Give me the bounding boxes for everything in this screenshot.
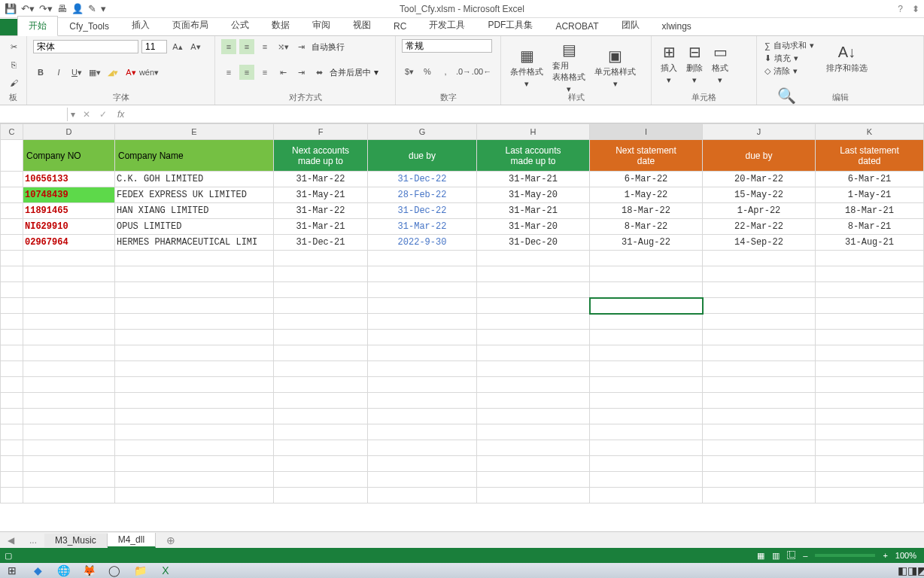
empty-cell[interactable]: [816, 424, 924, 440]
col-header-K[interactable]: K: [816, 124, 924, 140]
cell-company-no[interactable]: 02967964: [23, 235, 115, 251]
empty-cell[interactable]: [368, 440, 477, 456]
empty-cell[interactable]: [23, 314, 115, 330]
header-dueby-2[interactable]: due by: [703, 140, 816, 172]
empty-cell[interactable]: [477, 330, 590, 345]
empty-cell[interactable]: [23, 393, 115, 409]
empty-cell[interactable]: [115, 409, 274, 424]
delete-cells-button[interactable]: ⊟删除▾: [683, 41, 706, 87]
tab-cfytools[interactable]: Cfy_Tools: [58, 17, 120, 35]
empty-cell[interactable]: [368, 409, 477, 424]
redo-icon[interactable]: ↷▾: [39, 3, 53, 14]
empty-cell[interactable]: [477, 345, 590, 361]
percent-icon[interactable]: %: [420, 64, 435, 79]
wrap-label[interactable]: 自动换行: [312, 41, 345, 53]
empty-cell[interactable]: [368, 266, 477, 282]
empty-cell[interactable]: [1, 488, 23, 503]
cell-F[interactable]: 31-Mar-22: [274, 172, 368, 187]
empty-row[interactable]: [1, 345, 924, 361]
empty-cell[interactable]: [816, 472, 924, 488]
fillcolor-icon[interactable]: ◢▾: [105, 65, 120, 80]
empty-cell[interactable]: [274, 440, 368, 456]
empty-row[interactable]: [1, 361, 924, 377]
empty-cell[interactable]: [816, 282, 924, 298]
empty-cell[interactable]: [368, 488, 477, 503]
cell-company-no[interactable]: 11891465: [23, 203, 115, 219]
autosum-button[interactable]: ∑ 自动求和 ▾: [763, 39, 816, 52]
cell-company-no[interactable]: 10656133: [23, 172, 115, 187]
cell-I[interactable]: 6-Mar-22: [590, 172, 703, 187]
namebox-dropdown-icon[interactable]: ▾: [68, 109, 78, 120]
indent-inc-icon[interactable]: ⇥: [293, 65, 309, 80]
align-center-icon[interactable]: ≡: [239, 65, 254, 80]
empty-cell[interactable]: [274, 488, 368, 503]
cell-company-name[interactable]: HAN XIANG LIMITED: [115, 203, 274, 219]
empty-cell[interactable]: [368, 393, 477, 409]
empty-cell[interactable]: [590, 330, 703, 345]
cell-J[interactable]: 14-Sep-22: [703, 235, 816, 251]
merge-button[interactable]: ⬌: [312, 65, 327, 80]
col-header-F[interactable]: F: [274, 124, 368, 140]
empty-cell[interactable]: [816, 251, 924, 266]
header-last-statement[interactable]: Last statement dated: [816, 140, 924, 172]
empty-cell[interactable]: [703, 377, 816, 393]
empty-cell[interactable]: [23, 282, 115, 298]
empty-cell[interactable]: [274, 409, 368, 424]
empty-cell[interactable]: [590, 440, 703, 456]
empty-cell[interactable]: [477, 488, 590, 503]
currency-icon[interactable]: $▾: [402, 64, 417, 79]
empty-cell[interactable]: [23, 345, 115, 361]
cell-K[interactable]: 8-Mar-21: [816, 219, 924, 235]
cell-G[interactable]: 31-Dec-22: [368, 172, 477, 187]
underline-button[interactable]: U▾: [69, 65, 84, 80]
empty-row[interactable]: [1, 456, 924, 472]
empty-cell[interactable]: [1, 314, 23, 330]
empty-cell[interactable]: [115, 345, 274, 361]
cell-styles-button[interactable]: ▣单元格样式▾: [591, 45, 639, 90]
empty-cell[interactable]: [274, 424, 368, 440]
empty-cell[interactable]: [368, 456, 477, 472]
tab-view[interactable]: 视图: [342, 15, 382, 35]
empty-cell[interactable]: [368, 298, 477, 314]
empty-cell[interactable]: [477, 409, 590, 424]
comma-icon[interactable]: ,: [438, 64, 453, 79]
empty-cell[interactable]: [816, 266, 924, 282]
empty-cell[interactable]: [115, 377, 274, 393]
tab-team[interactable]: 团队: [610, 15, 651, 35]
empty-cell[interactable]: [816, 488, 924, 503]
empty-cell[interactable]: [477, 314, 590, 330]
empty-cell[interactable]: [477, 440, 590, 456]
empty-row[interactable]: [1, 330, 924, 345]
empty-cell[interactable]: [368, 330, 477, 345]
col-header-G[interactable]: G: [368, 124, 477, 140]
empty-cell[interactable]: [1, 330, 23, 345]
worksheet[interactable]: C D E F G H I J K Company NO Company Nam…: [0, 123, 924, 503]
cell-company-no[interactable]: NI629910: [23, 219, 115, 235]
align-right-icon[interactable]: ≡: [257, 65, 272, 80]
empty-cell[interactable]: [1, 409, 23, 424]
tab-pdftools[interactable]: PDF工具集: [476, 15, 544, 35]
cell-J[interactable]: 22-Mar-22: [703, 219, 816, 235]
empty-cell[interactable]: [590, 393, 703, 409]
empty-cell[interactable]: [816, 409, 924, 424]
format-cells-button[interactable]: ▭格式▾: [709, 41, 731, 87]
cell-J[interactable]: 20-Mar-22: [703, 172, 816, 187]
cell-company-name[interactable]: C.K. GOH LIMITED: [115, 172, 274, 187]
tab-formulas[interactable]: 公式: [220, 15, 260, 35]
empty-cell[interactable]: [274, 361, 368, 377]
empty-cell[interactable]: [703, 488, 816, 503]
cell-G[interactable]: 2022-9-30: [368, 235, 477, 251]
empty-cell[interactable]: [590, 488, 703, 503]
empty-row[interactable]: [1, 377, 924, 393]
bold-button[interactable]: B: [33, 65, 48, 80]
empty-cell[interactable]: [703, 251, 816, 266]
empty-row[interactable]: [1, 298, 924, 314]
ribbon-collapse-icon[interactable]: ⬍: [912, 4, 919, 14]
tab-rc[interactable]: RC: [382, 17, 418, 35]
cell-K[interactable]: 6-Mar-21: [816, 172, 924, 187]
name-box[interactable]: [0, 108, 68, 121]
empty-cell[interactable]: [368, 345, 477, 361]
empty-cell[interactable]: [703, 424, 816, 440]
empty-cell[interactable]: [1, 361, 23, 377]
empty-cell[interactable]: [23, 440, 115, 456]
